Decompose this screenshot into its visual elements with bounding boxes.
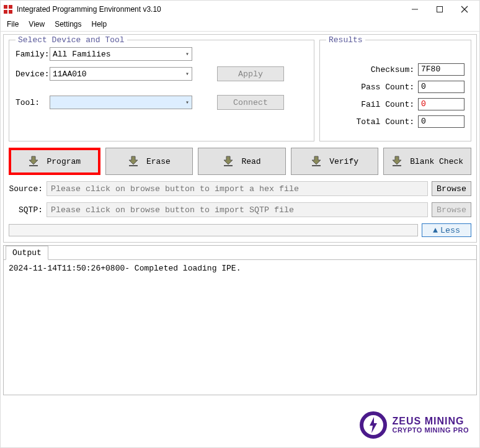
device-fieldset: Select Device and Tool Family: All Famil… [9,40,314,141]
apply-button[interactable]: Apply [217,66,284,81]
menu-settings[interactable]: Settings [50,18,86,31]
erase-button[interactable]: Erase [105,148,193,175]
less-button[interactable]: ▲ Less [422,223,471,237]
blank-check-button[interactable]: Blank Check [383,148,471,175]
down-arrow-icon [311,155,324,168]
action-row: Program Erase Read Verify Blank Check [9,148,471,175]
program-label: Program [47,157,81,166]
family-value: All Families [53,50,111,59]
svg-rect-8 [29,165,38,166]
family-dropdown[interactable]: All Families [50,47,192,61]
device-value: 11AA010 [53,69,87,79]
output-tab[interactable]: Output [6,246,48,260]
maximize-button[interactable] [427,2,452,17]
tool-dropdown[interactable] [50,96,192,109]
total-count-label: Total Count: [326,117,418,127]
main-panel: Select Device and Tool Family: All Famil… [3,34,477,243]
pass-count-label: Pass Count: [326,83,418,92]
device-label: Device: [16,69,50,79]
checksum-value: 7F80 [418,63,464,76]
results-legend: Results [326,35,365,45]
down-arrow-icon [391,155,405,168]
sqtp-browse-button: Browse [432,202,471,217]
checksum-label: Checksum: [326,65,418,74]
pass-count-value: 0 [418,81,464,93]
total-count-value: 0 [418,115,464,128]
svg-rect-3 [9,10,12,14]
svg-rect-5 [437,7,443,12]
up-arrow-icon: ▲ [433,226,438,235]
minimize-button[interactable] [402,2,427,17]
family-label: Family: [16,50,50,59]
svg-rect-10 [224,165,233,166]
source-label: Source: [9,184,43,194]
source-input[interactable] [47,181,428,196]
svg-rect-11 [312,165,321,166]
erase-label: Erase [146,157,171,166]
menu-help[interactable]: Help [87,18,112,31]
output-content: 2024-11-14T11:50:26+0800- Completed load… [4,259,476,395]
down-arrow-icon [128,155,141,168]
blank-check-label: Blank Check [410,157,463,166]
window-title: Integrated Programming Environment v3.10 [17,5,402,14]
svg-rect-1 [9,5,12,9]
svg-rect-2 [4,10,7,14]
down-arrow-icon [28,155,42,168]
less-label: Less [440,226,460,235]
sqtp-input[interactable] [47,202,428,217]
watermark: ZEUS MINING CRYPTO MINING PRO [359,411,469,439]
down-arrow-icon [223,155,236,168]
read-button[interactable]: Read [198,148,286,175]
program-button[interactable]: Program [9,148,100,175]
close-button[interactable] [452,2,477,17]
read-label: Read [241,157,260,166]
status-bar [9,224,418,236]
fail-count-value: 0 [418,98,464,110]
sqtp-label: SQTP: [9,205,43,215]
connect-button[interactable]: Connect [217,95,284,110]
device-dropdown[interactable]: 11AA010 [50,67,192,81]
verify-label: Verify [329,157,358,166]
source-browse-button[interactable]: Browse [432,181,471,196]
tool-label: Tool: [16,98,50,107]
results-fieldset: Results Checksum: 7F80 Pass Count: 0 Fai… [319,40,471,141]
watermark-line2: CRYPTO MINING PRO [393,427,469,434]
verify-button[interactable]: Verify [291,148,379,175]
app-icon [3,4,13,14]
device-legend: Select Device and Tool [16,35,127,45]
watermark-icon [359,411,388,439]
svg-rect-9 [129,165,138,166]
menu-file[interactable]: File [2,18,24,31]
svg-rect-12 [393,165,401,166]
watermark-line1: ZEUS MINING [393,416,469,427]
fail-count-label: Fail Count: [326,100,418,109]
menubar: File View Settings Help [1,18,479,32]
menu-view[interactable]: View [24,18,50,31]
titlebar: Integrated Programming Environment v3.10 [1,1,479,18]
output-panel: Output 2024-11-14T11:50:26+0800- Complet… [3,245,477,395]
svg-rect-0 [4,5,7,9]
